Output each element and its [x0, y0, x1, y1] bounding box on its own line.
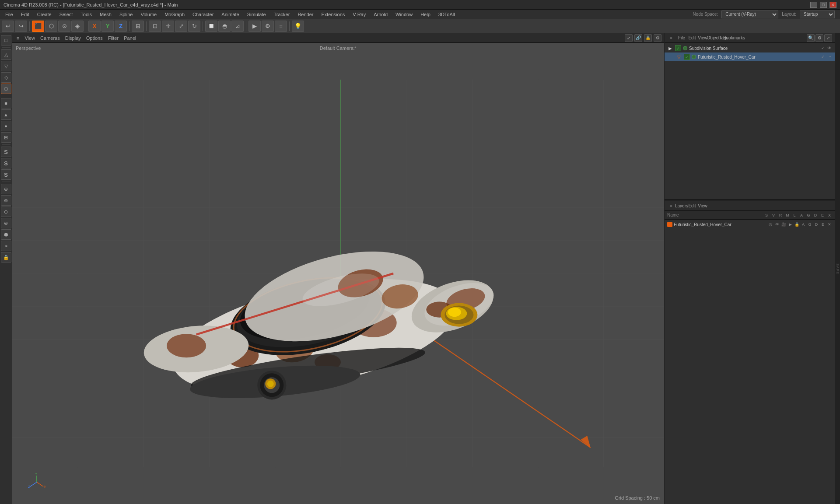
sp-search-btn[interactable]: 🔍 — [807, 34, 815, 42]
x-axis-button[interactable]: X — [88, 21, 101, 32]
z-axis-button[interactable]: Z — [115, 21, 127, 32]
layer-g-icon[interactable]: G — [807, 222, 812, 227]
menu-3dtoall[interactable]: 3DToAll — [435, 11, 458, 18]
left-tool-snap[interactable]: ⊕ — [1, 184, 11, 194]
layer-solo-icon[interactable]: ◎ — [768, 222, 773, 227]
menu-window[interactable]: Window — [392, 11, 416, 18]
left-tool-11[interactable]: ⊙ — [1, 206, 11, 217]
menu-render[interactable]: Render — [294, 11, 317, 18]
sculpt-mode-button[interactable]: ◈ — [71, 21, 84, 32]
left-tool-10[interactable]: ⊗ — [1, 195, 11, 206]
tree-item-car[interactable]: ▽ ✓ Futuristic_Rusted_Hover_Car ✓ ⋯ — [665, 52, 835, 61]
render-view-button[interactable]: ▶ — [248, 21, 261, 32]
left-tool-9[interactable]: ⊞ — [1, 132, 11, 143]
visibility-icon[interactable]: ✓ — [675, 45, 681, 51]
menu-tracker[interactable]: Tracker — [270, 11, 294, 18]
scale-tool-button[interactable]: ⤢ — [175, 21, 187, 32]
menu-mograph[interactable]: MoGraph — [161, 11, 188, 18]
sp-bookmarks-btn[interactable]: Bookmarks — [730, 34, 738, 42]
menu-character[interactable]: Character — [189, 11, 217, 18]
render-settings-button[interactable]: ⚙ — [262, 21, 274, 32]
left-s2[interactable]: S — [1, 158, 11, 168]
minimize-button[interactable]: — — [810, 2, 817, 8]
menu-arnold[interactable]: Arnold — [370, 11, 391, 18]
left-tool-14[interactable]: ≈ — [1, 241, 11, 251]
layer-lock-icon[interactable]: 🔒 — [794, 222, 799, 227]
layers-menu-edit[interactable]: Edit — [688, 202, 696, 210]
vp-menu-options[interactable]: Options — [84, 35, 105, 41]
left-s1[interactable]: S — [1, 147, 11, 157]
left-s3[interactable]: S — [1, 169, 11, 180]
sp-view-btn[interactable]: View — [699, 34, 707, 42]
y-axis-button[interactable]: Y — [102, 21, 114, 32]
layer-render-icon[interactable]: 🎥 — [781, 222, 786, 227]
left-tool-3[interactable]: ▽ — [1, 61, 11, 71]
layers-menu-view[interactable]: View — [699, 202, 707, 210]
sp-object-btn[interactable]: Object — [709, 34, 717, 42]
tree-item-subdivision[interactable]: ▶ ✓ Subdivision Surface ✓ 👁 — [665, 44, 835, 52]
vp-expand-button[interactable]: ⤢ — [625, 34, 633, 42]
vp-menu-toggle[interactable]: ≡ — [15, 35, 21, 41]
menu-edit[interactable]: Edit — [18, 11, 33, 18]
maximize-button[interactable]: □ — [820, 2, 827, 8]
menu-file[interactable]: File — [2, 11, 17, 18]
layer-view-icon[interactable]: 👁 — [774, 222, 780, 227]
menu-vray[interactable]: V-Ray — [349, 11, 369, 18]
menu-animate[interactable]: Animate — [218, 11, 242, 18]
menu-tools[interactable]: Tools — [77, 11, 95, 18]
check-icon[interactable]: ✓ — [820, 46, 826, 50]
vp-menu-display[interactable]: Display — [63, 35, 83, 41]
check-icon-2[interactable]: ✓ — [820, 55, 826, 59]
move-tool-button[interactable]: ✛ — [162, 21, 174, 32]
menu-volume[interactable]: Volume — [137, 11, 160, 18]
snap-button[interactable]: 🔲 — [205, 21, 217, 32]
layer-a-icon[interactable]: A — [801, 222, 806, 227]
symmetry-button[interactable]: ⊿ — [231, 21, 244, 32]
model-mode-button[interactable]: ⬛ — [32, 21, 44, 32]
rotate-tool-button[interactable]: ↻ — [188, 21, 200, 32]
eye-icon[interactable]: 👁 — [826, 46, 832, 50]
left-tool-8[interactable]: ● — [1, 121, 11, 131]
node-space-dropdown[interactable]: Current (V-Ray) — [721, 10, 778, 18]
visibility-icon-2[interactable]: ✓ — [684, 54, 690, 60]
menu-spline[interactable]: Spline — [116, 11, 136, 18]
left-tool-15[interactable]: 🔒 — [1, 252, 11, 262]
paint-mode-button[interactable]: ⊙ — [58, 21, 70, 32]
menu-create[interactable]: Create — [34, 11, 55, 18]
light-btn[interactable]: 💡 — [292, 21, 304, 32]
layer-d-icon[interactable]: D — [814, 222, 819, 227]
left-tool-5[interactable]: ⬡ — [1, 84, 11, 94]
left-tool-2[interactable]: △ — [1, 49, 11, 60]
layer-e-icon[interactable]: E — [820, 222, 826, 227]
layers-menu-btn[interactable]: ≡ — [667, 202, 675, 210]
left-tool-1[interactable]: □ — [1, 35, 11, 46]
layer-anim-icon[interactable]: ▶ — [788, 222, 793, 227]
left-tool-4[interactable]: ◇ — [1, 72, 11, 83]
layer-x-icon[interactable]: ✕ — [827, 222, 832, 227]
sp-settings-btn[interactable]: ⚙ — [816, 34, 823, 42]
left-tool-6[interactable]: ■ — [1, 98, 11, 108]
vp-lock-button[interactable]: 🔒 — [644, 34, 652, 42]
menu-mesh[interactable]: Mesh — [96, 11, 115, 18]
sp-edit-btn[interactable]: Edit — [688, 34, 696, 42]
vp-menu-view[interactable]: View — [23, 35, 37, 41]
menu-select[interactable]: Select — [56, 11, 77, 18]
mesh-mode-button[interactable]: ⬡ — [45, 21, 57, 32]
select-all-button[interactable]: ⊡ — [149, 21, 161, 32]
vp-link-button[interactable]: 🔗 — [634, 34, 642, 42]
layer-row-car[interactable]: Futuristic_Rusted_Hover_Car ◎ 👁 🎥 ▶ 🔒 A … — [665, 220, 835, 229]
layers-menu-layers[interactable]: Layers — [678, 202, 686, 210]
object-axis-button[interactable]: ⊞ — [132, 21, 144, 32]
left-tool-13[interactable]: ⬢ — [1, 229, 11, 240]
redo-button[interactable]: ↪ — [15, 21, 27, 32]
vp-settings-button[interactable]: ⚙ — [654, 34, 662, 42]
sp-expand-btn[interactable]: ⤢ — [824, 34, 832, 42]
menu-help[interactable]: Help — [417, 11, 434, 18]
close-button[interactable]: ✕ — [830, 2, 836, 8]
menu-simulate[interactable]: Simulate — [244, 11, 270, 18]
sp-menu-btn[interactable]: ≡ — [667, 34, 675, 42]
soft-select-button[interactable]: ◓ — [218, 21, 231, 32]
vp-menu-cameras[interactable]: Cameras — [38, 35, 62, 41]
undo-button[interactable]: ↩ — [2, 21, 14, 32]
left-tool-7[interactable]: ▲ — [1, 109, 11, 120]
